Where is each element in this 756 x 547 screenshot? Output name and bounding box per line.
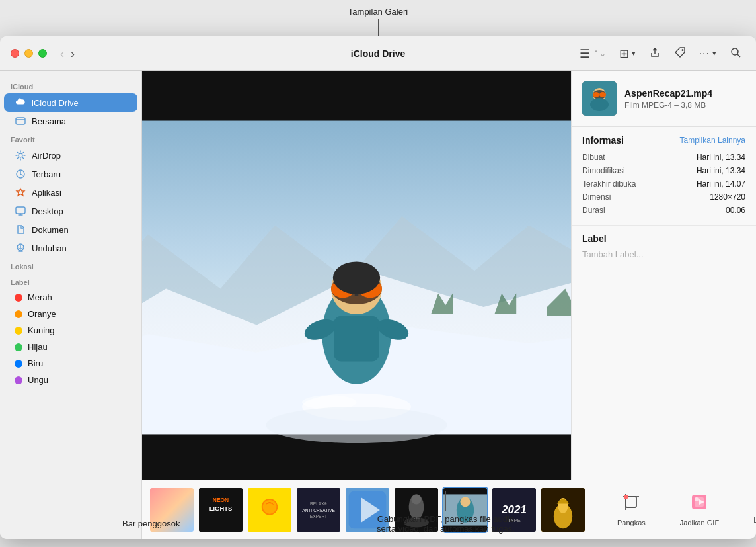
more-button[interactable]: ··· ▾ xyxy=(695,45,720,62)
aplikasi-icon xyxy=(15,187,26,198)
biru-label: Biru xyxy=(28,358,43,368)
sidebar-item-biru[interactable]: Biru xyxy=(4,355,137,372)
sidebar-section-favorit: Favorit xyxy=(0,130,141,146)
close-button[interactable] xyxy=(11,49,19,58)
merah-dot xyxy=(15,294,22,302)
kuning-label: Kuning xyxy=(28,325,54,335)
thumb-7-inner xyxy=(443,488,487,532)
info-section-metadata: Informasi Tampilkan Lainnya Dibuat Hari … xyxy=(572,127,756,226)
oranye-label: Oranye xyxy=(28,309,56,319)
bersama-icon xyxy=(15,115,26,127)
info-row-dimodifikasi: Dimodifikasi Hari ini, 13.34 xyxy=(582,164,745,177)
sidebar-item-merah[interactable]: Merah xyxy=(4,289,137,306)
svg-point-29 xyxy=(266,407,447,443)
thumbnail-2[interactable]: NEON LIGHTS xyxy=(198,487,244,533)
desktop-icon xyxy=(15,205,26,217)
svg-point-4 xyxy=(19,153,22,157)
merah-label: Merah xyxy=(28,292,52,302)
thumbnail-4[interactable]: RELAX& ANTI-CREATIVE EXPERT xyxy=(295,487,342,533)
titlebar: ‹ › iCloud Drive ☰ ⌃⌄ ⊞ ▾ xyxy=(0,36,756,71)
minimize-button[interactable] xyxy=(24,49,33,58)
info-row-dibuat: Dibuat Hari ini, 13.34 xyxy=(582,151,745,164)
grid-icon: ⊞ xyxy=(619,48,629,60)
sidebar-item-oranye[interactable]: Oranye xyxy=(4,306,137,322)
window-title: iCloud Drive xyxy=(351,48,405,59)
jadikan-gif-button[interactable]: Jadikan GIF xyxy=(669,487,730,532)
thumbnail-6[interactable] xyxy=(393,487,439,533)
thumbnail-5[interactable] xyxy=(344,487,391,533)
svg-point-56 xyxy=(460,497,470,507)
fullscreen-button[interactable] xyxy=(38,49,47,58)
kuning-dot xyxy=(15,327,22,335)
svg-rect-3 xyxy=(16,118,25,124)
info-section-title: Informasi xyxy=(582,135,624,146)
search-icon xyxy=(730,46,741,60)
big-preview[interactable] xyxy=(142,71,571,480)
label-section: Label Tambah Label... xyxy=(572,226,756,267)
sidebar-item-kuning[interactable]: Kuning xyxy=(4,322,137,339)
sidebar-item-desktop[interactable]: Desktop xyxy=(4,202,137,220)
thumbnail-8[interactable]: 2021 TYPE xyxy=(491,487,537,533)
thumbnail-3[interactable] xyxy=(246,487,293,533)
finder-window: ‹ › iCloud Drive ☰ ⌃⌄ ⊞ ▾ xyxy=(0,36,756,539)
sidebar-item-unduhan[interactable]: Unduhan xyxy=(4,239,137,257)
thumbnail-1[interactable] xyxy=(149,487,195,533)
tampilkan-lainnya-link[interactable]: Tampilkan Lainnya xyxy=(680,136,745,145)
traffic-lights xyxy=(11,49,47,58)
thumbnail-7[interactable] xyxy=(442,487,488,533)
info-header: AspenRecap21.mp4 Film MPEG-4 – 3,8 MB xyxy=(572,71,756,127)
icloud-drive-icon xyxy=(15,97,26,108)
durasi-label: Durasi xyxy=(582,206,605,215)
svg-text:LIGHTS: LIGHTS xyxy=(209,504,233,511)
more-chevron-icon: ▾ xyxy=(712,49,716,58)
dimodifikasi-label: Dimodifikasi xyxy=(582,166,625,175)
hijau-dot xyxy=(15,343,22,351)
sidebar-item-dokumen[interactable]: Dokumen xyxy=(4,220,137,239)
hijau-label: Hijau xyxy=(28,342,48,352)
thumb-1-inner xyxy=(150,488,194,532)
share-button[interactable] xyxy=(645,44,665,63)
svg-point-40 xyxy=(262,499,278,514)
tag-button[interactable] xyxy=(670,44,690,63)
sidebar-item-terbaru[interactable]: Terbaru xyxy=(4,165,137,183)
dimodifikasi-value: Hari ini, 13.34 xyxy=(697,166,745,175)
lainnya-button[interactable]: ··· Lainnya... xyxy=(743,490,756,529)
ungu-dot xyxy=(15,376,22,384)
sidebar-item-ungu[interactable]: Ungu xyxy=(4,372,137,388)
dibuat-label: Dibuat xyxy=(582,153,605,162)
svg-text:TYPE: TYPE xyxy=(508,517,521,523)
quick-actions-panel: Pangkas Jadikan GIF xyxy=(593,480,756,539)
view-toggle-button[interactable]: ☰ ⌃⌄ xyxy=(576,45,610,62)
svg-text:2021: 2021 xyxy=(501,503,527,515)
durasi-value: 00.06 xyxy=(726,206,745,215)
terbaru-label: Terbaru xyxy=(32,169,61,179)
more-icon: ··· xyxy=(699,48,710,60)
sidebar: iCloud iCloud Drive Bersama Fa xyxy=(0,71,142,539)
thumb-4-inner: RELAX& ANTI-CREATIVE EXPERT xyxy=(297,488,340,532)
group-chevron-icon: ▾ xyxy=(632,49,636,58)
add-label-field[interactable]: Tambah Label... xyxy=(582,249,745,259)
sidebar-item-aplikasi[interactable]: Aplikasi xyxy=(4,183,137,202)
thumb-mini-scene xyxy=(582,81,617,116)
back-button[interactable]: ‹ xyxy=(57,46,67,61)
group-by-button[interactable]: ⊞ ▾ xyxy=(615,45,640,62)
svg-point-51 xyxy=(411,494,421,504)
thumb-6-inner xyxy=(395,488,438,532)
sidebar-item-hijau[interactable]: Hijau xyxy=(4,339,137,355)
forward-button[interactable]: › xyxy=(68,46,77,61)
sidebar-item-icloud-drive[interactable]: iCloud Drive xyxy=(4,93,137,112)
file-thumbnail xyxy=(582,81,617,116)
pangkas-icon xyxy=(622,493,640,515)
thumb-8-inner: 2021 TYPE xyxy=(492,488,536,532)
sidebar-item-airdrop[interactable]: AirDrop xyxy=(4,146,137,165)
info-section-header: Informasi Tampilkan Lainnya xyxy=(582,135,745,146)
svg-rect-6 xyxy=(16,207,25,214)
sidebar-item-bersama[interactable]: Bersama xyxy=(4,112,137,130)
label-section-title: Label xyxy=(582,233,745,244)
pangkas-button[interactable]: Pangkas xyxy=(607,487,656,532)
search-button[interactable] xyxy=(726,44,745,63)
thumbnail-9[interactable] xyxy=(540,487,586,533)
oranye-dot xyxy=(15,310,22,318)
svg-point-0 xyxy=(681,49,683,51)
svg-rect-54 xyxy=(443,525,487,531)
